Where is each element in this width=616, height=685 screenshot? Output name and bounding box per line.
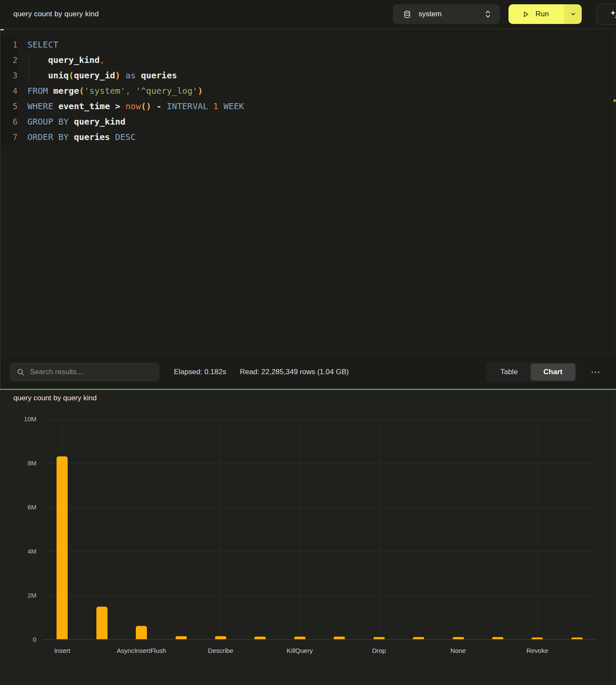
results-toolbar: Elapsed: 0.182s Read: 22,285,349 rows (1… xyxy=(0,354,616,389)
top-bar: query count by query kind system xyxy=(0,0,616,29)
search-icon xyxy=(17,368,24,376)
search-box xyxy=(10,363,159,381)
line-number: 5 xyxy=(0,98,18,114)
database-icon xyxy=(403,10,411,18)
unfold-chevrons-icon xyxy=(484,10,491,18)
play-icon xyxy=(522,11,529,18)
line-number: 1 xyxy=(0,37,18,52)
line-number: 2 xyxy=(0,52,18,68)
view-toggle: Table Chart xyxy=(486,362,577,382)
v-gridline xyxy=(537,419,538,639)
v-gridline xyxy=(300,419,300,639)
bar[interactable] xyxy=(492,637,503,639)
bar[interactable] xyxy=(294,637,305,639)
chart-panel: query count by query kind 10M8M6M4M2M0In… xyxy=(0,390,616,685)
database-selector-value: system xyxy=(419,10,442,18)
search-results-input[interactable] xyxy=(30,368,141,376)
bar[interactable] xyxy=(453,637,464,639)
line-number: 3 xyxy=(0,68,18,83)
top-bar-actions: system Run xyxy=(393,3,616,25)
y-axis-label: 2M xyxy=(12,591,36,600)
code-line[interactable]: 2 query_kind, xyxy=(0,52,616,68)
h-gridline xyxy=(42,463,597,464)
code-text: GROUP BY query_kind xyxy=(27,114,126,129)
chart-title: query count by query kind xyxy=(13,394,97,402)
y-axis-label: 0 xyxy=(12,635,36,644)
database-selector[interactable]: system xyxy=(393,4,500,24)
code-line[interactable]: 6GROUP BY query_kind xyxy=(0,114,616,129)
code-text: uniq(query_id) as queries xyxy=(27,68,177,83)
code-text: FROM merge('system', '^query_log') xyxy=(27,83,203,98)
code-line[interactable]: 7ORDER BY queries DESC xyxy=(0,129,616,145)
code-line[interactable]: 3 uniq(query_id) as queries xyxy=(0,68,616,83)
code-text: SELECT xyxy=(27,37,58,52)
read-stat: Read: 22,285,349 rows (1.04 GB) xyxy=(240,368,349,376)
more-options-button[interactable]: ⋯ xyxy=(591,368,601,376)
ai-assistant-button[interactable] xyxy=(596,3,616,25)
code-line[interactable]: 4FROM merge('system', '^query_log') xyxy=(0,83,616,98)
code-lines: 1SELECT2 query_kind,3 uniq(query_id) as … xyxy=(0,37,616,145)
run-button-group: Run xyxy=(508,4,582,24)
bar[interactable] xyxy=(176,636,187,639)
run-success-divider xyxy=(0,389,616,390)
run-options-button[interactable] xyxy=(564,4,582,24)
v-gridline xyxy=(379,419,380,639)
y-axis-label: 4M xyxy=(12,547,36,556)
y-axis-label: 8M xyxy=(12,459,36,468)
bar[interactable] xyxy=(96,607,108,639)
sparkle-icon xyxy=(609,9,616,19)
bar-chart-plot: 10M8M6M4M2M0InsertAsyncInsertFlushDescri… xyxy=(42,419,597,640)
code-text: ORDER BY queries DESC xyxy=(27,129,136,145)
y-axis-label: 6M xyxy=(12,503,36,512)
h-gridline xyxy=(42,596,597,596)
h-gridline xyxy=(42,419,597,420)
code-text: WHERE event_time > now() - INTERVAL 1 WE… xyxy=(27,98,244,114)
indent-guide xyxy=(29,68,29,83)
bar[interactable] xyxy=(215,636,226,639)
v-gridline xyxy=(221,419,221,639)
y-axis-label: 10M xyxy=(12,415,36,423)
code-line[interactable]: 5WHERE event_time > now() - INTERVAL 1 W… xyxy=(0,98,616,114)
bar[interactable] xyxy=(571,637,583,639)
elapsed-stat: Elapsed: 0.182s xyxy=(174,368,226,376)
x-axis-label: Revoke xyxy=(490,647,584,654)
query-title: query count by query kind xyxy=(13,10,99,18)
bar[interactable] xyxy=(532,637,543,639)
bar[interactable] xyxy=(413,637,424,639)
h-gridline xyxy=(42,507,597,508)
bar[interactable] xyxy=(254,637,266,639)
bar[interactable] xyxy=(334,637,345,639)
bar[interactable] xyxy=(374,637,385,639)
editor-corner-mark xyxy=(0,29,4,30)
indent-guide xyxy=(29,52,29,68)
bar[interactable] xyxy=(136,626,147,639)
bar[interactable] xyxy=(57,456,68,639)
chevron-down-icon xyxy=(570,11,576,17)
v-gridline xyxy=(458,419,459,639)
v-gridline xyxy=(141,419,142,639)
line-number: 7 xyxy=(0,129,18,145)
line-number: 4 xyxy=(0,83,18,98)
line-number: 6 xyxy=(0,114,18,129)
sql-editor[interactable]: 1SELECT2 query_kind,3 uniq(query_id) as … xyxy=(0,30,616,354)
table-toggle-button[interactable]: Table xyxy=(487,363,531,381)
run-button-label: Run xyxy=(535,10,549,18)
h-gridline xyxy=(42,551,597,552)
chart-toggle-button[interactable]: Chart xyxy=(531,363,575,381)
code-text: query_kind, xyxy=(27,52,105,68)
run-button[interactable]: Run xyxy=(508,4,564,24)
code-line[interactable]: 1SELECT xyxy=(0,37,616,52)
